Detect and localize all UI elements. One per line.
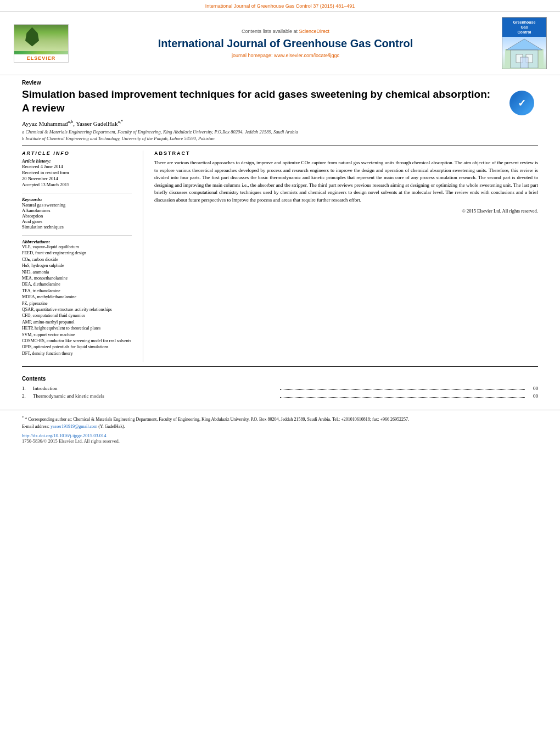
toc-page-1: 00 bbox=[527, 386, 538, 391]
divider-1 bbox=[22, 146, 538, 146]
greenhouse-logo-text: GreenhouseGasControl bbox=[513, 20, 536, 35]
abbrev-8: TEA, triethanolamine bbox=[22, 288, 132, 294]
contents-section: Contents 1. Introduction 00 2. Thermodyn… bbox=[0, 371, 560, 399]
abbrev-14: HETP, height equivalent to theoretical p… bbox=[22, 326, 132, 331]
keyword-4: Acid gases bbox=[22, 219, 132, 224]
toc-number-2: 2. bbox=[22, 393, 33, 399]
toc-number-1: 1. bbox=[22, 386, 33, 391]
greenhouse-logo: GreenhouseGasControl bbox=[502, 17, 547, 69]
divider-2 bbox=[22, 366, 538, 367]
right-column: ABSTRACT There are various theoretical a… bbox=[154, 150, 538, 362]
article-section: Review Simulation based improvement tech… bbox=[0, 75, 560, 141]
keywords-group: Keywords: Natural gas sweetening Alkanol… bbox=[22, 197, 132, 230]
footnote-email-line: E-mail address: yasser191919@gmail.com (… bbox=[22, 423, 538, 429]
keyword-1: Natural gas sweetening bbox=[22, 202, 132, 208]
article-history-label: Article history: bbox=[22, 158, 132, 164]
homepage-line: journal homepage: www.elsevier.com/locat… bbox=[232, 53, 339, 58]
footer-section: * * Corresponding author at: Chemical & … bbox=[0, 410, 560, 448]
sciencedirect-link[interactable]: ScienceDirect bbox=[299, 29, 330, 34]
keyword-3: Absorption bbox=[22, 213, 132, 219]
abbrev-17: OPIS, optimized potentials for liquid si… bbox=[22, 344, 132, 350]
abbrev-2: FEED, front-end-engineering design bbox=[22, 250, 132, 256]
toc-title-2: Thermodynamic and kinetic models bbox=[33, 393, 278, 399]
article-history-group: Article history: Received 4 June 2014 Re… bbox=[22, 158, 132, 187]
homepage-url[interactable]: www.elsevier.com/locate/ijggc bbox=[274, 53, 339, 58]
abbrev-1: VLE, vapour–liquid equilibrium bbox=[22, 244, 132, 250]
toc-item-2: 2. Thermodynamic and kinetic models 00 bbox=[22, 393, 538, 399]
abstract-header: ABSTRACT bbox=[154, 150, 538, 156]
column-divider bbox=[143, 150, 143, 362]
toc-dots-2 bbox=[280, 393, 525, 398]
abbrev-10: PZ, piperazine bbox=[22, 301, 132, 306]
elsevier-logo: ELSEVIER bbox=[14, 24, 69, 63]
svg-marker-1 bbox=[506, 39, 542, 50]
abbrev-15: SVM, support vector machine bbox=[22, 332, 132, 338]
abbrev-divider bbox=[22, 235, 132, 236]
header-area: ELSEVIER Contents lists available at Sci… bbox=[0, 11, 560, 75]
abbrev-6: MEA, monoethanolamine bbox=[22, 276, 132, 281]
abbrev-7: DEA, diethanolamine bbox=[22, 282, 132, 287]
abbrev-13: AMP, amino-methyl propanol bbox=[22, 320, 132, 325]
abbrev-16: COSMO-RS, conductor like screening model… bbox=[22, 338, 132, 344]
authors-line: Ayyaz Muhammada,b, Yasser GadelHaka,* bbox=[22, 119, 538, 127]
toc-title-1: Introduction bbox=[33, 386, 278, 391]
abbreviations-group: Abbreviations: VLE, vapour–liquid equili… bbox=[22, 239, 132, 356]
toc-page-2: 00 bbox=[527, 393, 538, 399]
journal-header-center: Contents lists available at ScienceDirec… bbox=[78, 17, 493, 69]
received-date: Received 4 June 2014 bbox=[22, 164, 132, 169]
abbrev-4: H₂S, hydrogen sulphide bbox=[22, 263, 132, 269]
revised-date: 20 November 2014 bbox=[22, 176, 132, 181]
contents-line: Contents lists available at ScienceDirec… bbox=[242, 29, 329, 34]
crossmark-circle: ✓ bbox=[509, 91, 534, 115]
crossmark-badge: ✓ bbox=[505, 88, 538, 118]
two-column-section: ARTICLE INFO Article history: Received 4… bbox=[0, 150, 560, 362]
journal-title: International Journal of Greenhouse Gas … bbox=[158, 36, 413, 51]
left-column: ARTICLE INFO Article history: Received 4… bbox=[22, 150, 132, 362]
received-revised-label: Received in revised form bbox=[22, 170, 132, 175]
toc-dots-1 bbox=[280, 385, 525, 390]
abbrev-12: CFD, computational fluid dynamics bbox=[22, 313, 132, 319]
issn-line: 1750-5836/© 2015 Elsevier Ltd. All right… bbox=[22, 438, 538, 444]
copyright-line: © 2015 Elsevier Ltd. All rights reserved… bbox=[154, 208, 538, 214]
greenhouse-illustration bbox=[505, 38, 544, 68]
abbrev-3: CO₂, carbon dioxide bbox=[22, 257, 132, 263]
keywords-divider bbox=[22, 193, 132, 193]
keyword-2: Alkanolamines bbox=[22, 208, 132, 213]
greenhouse-logo-container: GreenhouseGasControl bbox=[500, 17, 549, 69]
svg-text:✓: ✓ bbox=[518, 98, 526, 109]
abstract-text: There are various theoretical approaches… bbox=[154, 159, 538, 204]
journal-link-bar: International Journal of Greenhouse Gas … bbox=[0, 0, 560, 11]
email-address[interactable]: yasser191919@gmail.com bbox=[51, 424, 97, 429]
affiliation-b: b Institute of Chemical Engineering and … bbox=[22, 136, 538, 141]
journal-citation: International Journal of Greenhouse Gas … bbox=[205, 3, 355, 9]
keywords-label: Keywords: bbox=[22, 197, 132, 202]
affiliation-a: a Chemical & Materials Engineering Depar… bbox=[22, 129, 538, 135]
accepted-date: Accepted 13 March 2015 bbox=[22, 182, 132, 187]
contents-header: Contents bbox=[22, 376, 538, 382]
footnote-star-line: * * Corresponding author at: Chemical & … bbox=[22, 415, 538, 422]
email-note: (Y. GadelHak). bbox=[98, 424, 125, 429]
abbrev-11: QSAR, quantitative structure–activity re… bbox=[22, 307, 132, 313]
review-label: Review bbox=[22, 80, 538, 86]
abbreviations-label: Abbreviations: bbox=[22, 239, 132, 244]
email-label: E-mail address: bbox=[22, 424, 49, 429]
article-info-header: ARTICLE INFO bbox=[22, 150, 132, 156]
keywords-list: Natural gas sweetening Alkanolamines Abs… bbox=[22, 202, 132, 230]
toc-item-1: 1. Introduction 00 bbox=[22, 385, 538, 391]
abbrev-9: MDEA, methyldiethanolamine bbox=[22, 294, 132, 300]
abbrev-18: DFT, density function theory bbox=[22, 351, 132, 356]
abbrev-5: NH3, ammonia bbox=[22, 270, 132, 275]
article-title-container: Simulation based improvement techniques … bbox=[22, 88, 538, 115]
article-title: Simulation based improvement techniques … bbox=[22, 88, 497, 115]
doi-line[interactable]: http://dx.doi.org/10.1016/j.ijggc.2015.0… bbox=[22, 433, 538, 438]
svg-rect-5 bbox=[520, 57, 528, 68]
elsevier-logo-container: ELSEVIER bbox=[11, 17, 71, 69]
keyword-5: Simulation techniques bbox=[22, 224, 132, 230]
